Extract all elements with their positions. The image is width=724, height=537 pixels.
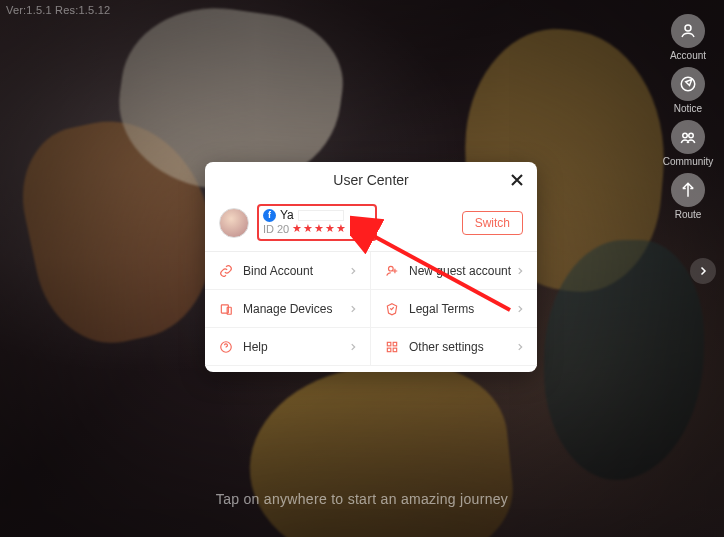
option-bind-account[interactable]: Bind Account [205,252,371,290]
side-item-community[interactable]: Community [662,120,714,167]
facebook-icon: f [263,209,276,222]
community-icon [671,120,705,154]
options-grid: Bind Account New guest account Manage De [205,251,537,372]
user-row: f Ya ID 20★★★★★ Switch [205,198,537,251]
user-name-text: Ya [280,208,294,222]
chevron-right-icon [348,304,358,314]
option-label: Legal Terms [409,302,515,316]
option-label: Help [243,340,348,354]
svg-rect-9 [393,342,397,346]
route-icon [671,173,705,207]
side-label: Route [675,209,702,220]
side-item-notice[interactable]: Notice [662,67,714,114]
user-id: ID 20★★★★★ [263,222,367,235]
option-label: New guest account [409,264,515,278]
carousel-next-button[interactable] [690,258,716,284]
option-legal-terms[interactable]: Legal Terms [371,290,537,328]
user-id-label: ID [263,223,274,235]
account-icon [671,14,705,48]
option-label: Bind Account [243,264,348,278]
bg-art [240,354,519,537]
avatar [219,208,249,238]
svg-point-4 [389,266,394,271]
close-button[interactable] [507,170,527,190]
side-label: Community [663,156,714,167]
svg-point-3 [689,133,694,138]
svg-rect-11 [393,348,397,352]
settings-icon [383,340,401,354]
option-label: Manage Devices [243,302,348,316]
game-screen: Ver:1.5.1 Res:1.5.12 Account Notice Comm… [0,0,724,537]
option-other-settings[interactable]: Other settings [371,328,537,366]
side-label: Notice [674,103,702,114]
notice-icon [671,67,705,101]
modal-header: User Center [205,162,537,198]
bg-art [544,240,704,480]
side-item-route[interactable]: Route [662,173,714,220]
user-id-mask: ★★★★★ [292,222,347,235]
switch-button[interactable]: Switch [462,211,523,235]
chevron-right-icon [348,266,358,276]
new-guest-icon [383,264,401,278]
svg-point-2 [683,133,688,138]
option-manage-devices[interactable]: Manage Devices [205,290,371,328]
side-label: Account [670,50,706,61]
user-id-prefix: 20 [277,223,289,235]
side-item-account[interactable]: Account [662,14,714,61]
redacted-strip [298,210,344,221]
svg-point-0 [685,25,691,31]
modal-title: User Center [333,172,408,188]
chevron-right-icon [515,304,525,314]
option-label: Other settings [409,340,515,354]
version-label: Ver:1.5.1 Res:1.5.12 [6,4,110,16]
user-name: f Ya [263,208,367,222]
side-menu: Account Notice Community Route [662,14,714,220]
user-highlight-box: f Ya ID 20★★★★★ [257,204,377,241]
link-icon [217,264,235,278]
chevron-right-icon [348,342,358,352]
svg-rect-10 [387,348,391,352]
user-center-modal: User Center f Ya ID 20★★★★★ [205,162,537,372]
svg-rect-8 [387,342,391,346]
devices-icon [217,302,235,316]
option-help[interactable]: Help [205,328,371,366]
chevron-right-icon [515,342,525,352]
chevron-right-icon [515,266,525,276]
option-new-guest[interactable]: New guest account [371,252,537,290]
legal-icon [383,302,401,316]
help-icon [217,340,235,354]
